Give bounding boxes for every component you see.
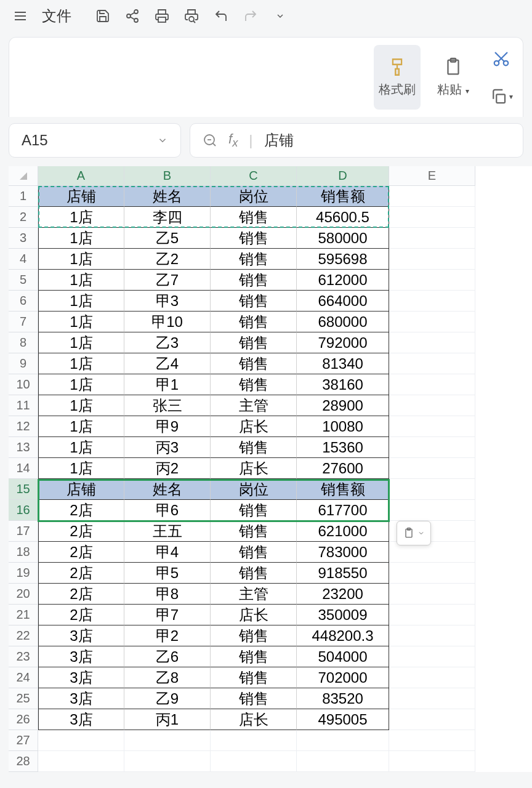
select-all-corner[interactable] [9, 166, 38, 186]
row-header[interactable]: 3 [9, 228, 38, 249]
cell[interactable] [211, 751, 297, 772]
cell[interactable] [389, 186, 475, 207]
paste-options-button[interactable] [397, 521, 431, 545]
cell[interactable] [297, 751, 389, 772]
print-preview-icon[interactable] [179, 3, 204, 29]
cell[interactable]: 1店 [38, 458, 124, 479]
cell[interactable] [389, 437, 475, 458]
cell[interactable]: 乙3 [124, 332, 211, 353]
cell[interactable]: 918550 [297, 563, 389, 584]
row-header[interactable]: 24 [9, 667, 38, 688]
row-header[interactable]: 27 [9, 730, 38, 751]
row-header[interactable]: 13 [9, 437, 38, 458]
cell[interactable]: 甲3 [124, 291, 211, 312]
cell[interactable] [389, 374, 475, 395]
row-header[interactable]: 14 [9, 458, 38, 479]
paste-button[interactable]: 粘贴 ▾ [432, 45, 475, 110]
cell[interactable] [38, 751, 124, 772]
cell[interactable]: 甲7 [124, 605, 211, 625]
col-header-D[interactable]: D [297, 166, 389, 186]
row-header[interactable]: 1 [9, 186, 38, 207]
cell[interactable]: 甲10 [124, 312, 211, 332]
cell[interactable] [389, 730, 475, 751]
cell[interactable]: 店长 [211, 458, 297, 479]
cell[interactable]: 2店 [38, 521, 124, 542]
col-header-E[interactable]: E [389, 166, 475, 186]
cell[interactable]: 702000 [297, 667, 389, 688]
cell[interactable]: 2店 [38, 542, 124, 563]
row-header[interactable]: 4 [9, 249, 38, 270]
cell[interactable] [389, 500, 475, 521]
cell[interactable] [389, 646, 475, 667]
cell[interactable]: 2店 [38, 500, 124, 521]
row-header[interactable]: 10 [9, 374, 38, 395]
cell[interactable]: 乙4 [124, 353, 211, 374]
cell[interactable] [389, 312, 475, 332]
cell[interactable]: 销售 [211, 667, 297, 688]
cell[interactable]: 销售 [211, 332, 297, 353]
cell[interactable]: 1店 [38, 270, 124, 291]
row-header[interactable]: 22 [9, 625, 38, 646]
cell[interactable]: 38160 [297, 374, 389, 395]
row-header[interactable]: 17 [9, 521, 38, 542]
cell[interactable] [389, 479, 475, 500]
cell[interactable]: 李四 [124, 207, 211, 228]
cell[interactable]: 销售 [211, 291, 297, 312]
cell[interactable]: 销售额 [297, 186, 389, 207]
cell[interactable]: 1店 [38, 207, 124, 228]
cell[interactable]: 3店 [38, 709, 124, 730]
col-header-B[interactable]: B [124, 166, 211, 186]
cell[interactable]: 张三 [124, 395, 211, 416]
cell[interactable]: 580000 [297, 228, 389, 249]
cell[interactable]: 甲9 [124, 416, 211, 437]
cell[interactable]: 甲5 [124, 563, 211, 584]
cell[interactable] [389, 667, 475, 688]
cell[interactable] [389, 625, 475, 646]
cell[interactable]: 792000 [297, 332, 389, 353]
cell[interactable]: 81340 [297, 353, 389, 374]
cut-icon[interactable] [486, 43, 517, 74]
cell[interactable]: 1店 [38, 353, 124, 374]
cell[interactable]: 乙7 [124, 270, 211, 291]
cell[interactable] [389, 395, 475, 416]
cell[interactable]: 2店 [38, 563, 124, 584]
cell[interactable] [389, 249, 475, 270]
cell[interactable] [124, 751, 211, 772]
cell[interactable]: 销售 [211, 249, 297, 270]
cell[interactable]: 销售 [211, 688, 297, 709]
cell[interactable]: 10080 [297, 416, 389, 437]
cell[interactable]: 销售 [211, 646, 297, 667]
menu-icon[interactable] [7, 3, 33, 29]
cell[interactable]: 主管 [211, 584, 297, 605]
col-header-A[interactable]: A [38, 166, 124, 186]
cell[interactable]: 1店 [38, 291, 124, 312]
cell[interactable] [389, 709, 475, 730]
cell[interactable]: 销售 [211, 500, 297, 521]
cell[interactable]: 2店 [38, 584, 124, 605]
cell[interactable]: 3店 [38, 667, 124, 688]
row-header[interactable]: 19 [9, 563, 38, 584]
cell[interactable]: 销售额 [297, 479, 389, 500]
copy-icon[interactable]: ▾ [486, 81, 517, 112]
redo-icon[interactable] [238, 3, 264, 29]
file-menu[interactable]: 文件 [37, 6, 76, 26]
cell[interactable] [297, 730, 389, 751]
cell[interactable]: 岗位 [211, 479, 297, 500]
row-header[interactable]: 25 [9, 688, 38, 709]
format-painter-button[interactable]: 格式刷 [374, 45, 421, 110]
cell[interactable]: 664000 [297, 291, 389, 312]
row-header[interactable]: 9 [9, 353, 38, 374]
cell[interactable]: 销售 [211, 270, 297, 291]
cell[interactable]: 783000 [297, 542, 389, 563]
cell[interactable] [389, 751, 475, 772]
cell[interactable]: 姓名 [124, 479, 211, 500]
row-header[interactable]: 20 [9, 584, 38, 605]
cell[interactable]: 621000 [297, 521, 389, 542]
row-header[interactable]: 21 [9, 605, 38, 625]
cell[interactable] [389, 458, 475, 479]
cell[interactable]: 店长 [211, 605, 297, 625]
cell[interactable] [389, 270, 475, 291]
cell[interactable]: 3店 [38, 688, 124, 709]
row-header[interactable]: 23 [9, 646, 38, 667]
cell[interactable]: 2店 [38, 605, 124, 625]
